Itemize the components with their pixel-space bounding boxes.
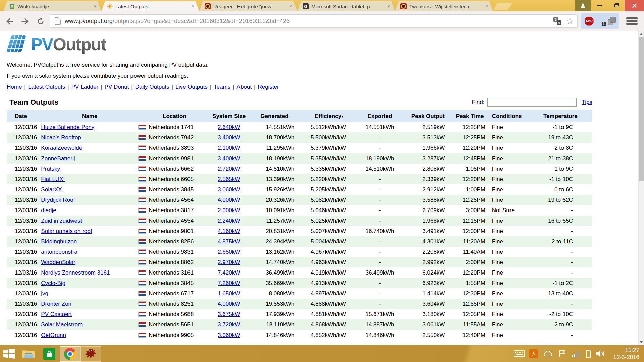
forward-button[interactable] — [19, 16, 31, 27]
system-name-link[interactable]: antonboonstra — [41, 249, 77, 255]
column-header-name[interactable]: Name — [41, 110, 138, 122]
system-size-link[interactable]: 2.650kW — [218, 249, 240, 255]
system-size-link[interactable]: 2.240kW — [218, 218, 240, 224]
system-name-link[interactable]: Dronter Zon — [41, 301, 71, 307]
touch-keyboard-icon[interactable] — [514, 350, 525, 358]
system-name-link[interactable]: Drydijck Roof — [41, 197, 75, 203]
system-size-link[interactable]: 4.875kW — [218, 238, 240, 245]
system-size-link[interactable]: 3.400kW — [218, 155, 240, 162]
minimize-button[interactable] — [591, 0, 608, 11]
reload-button[interactable] — [35, 16, 46, 27]
nav-link-daily-outputs[interactable]: Daily Outputs — [135, 84, 169, 90]
system-name-link[interactable]: Fiat LUX! — [41, 176, 65, 182]
system-name-link[interactable]: jvg — [41, 290, 48, 297]
system-size-link[interactable]: 2.640kW — [218, 124, 240, 130]
action-center-flag-icon[interactable] — [558, 349, 567, 358]
column-header-conditions[interactable]: Conditions — [487, 110, 529, 122]
tips-link[interactable]: Tips — [582, 99, 593, 106]
system-name-link[interactable]: diedje — [41, 207, 56, 214]
system-name-link[interactable]: Nordlys Zonnestroom 3161 — [41, 269, 110, 276]
bookmark-star-icon[interactable]: ☆ — [566, 17, 574, 25]
system-name-link[interactable]: SolarXX — [41, 186, 62, 193]
tab-close-icon[interactable] — [92, 4, 98, 9]
system-name-link[interactable]: Prutsky — [41, 166, 60, 172]
system-size-link[interactable]: 3.720kW — [218, 321, 240, 328]
column-header-peak-time[interactable]: Peak Time — [452, 110, 487, 122]
onedrive-cloud-icon[interactable] — [542, 350, 554, 357]
column-header-efficiency[interactable]: Efficiency▾ — [302, 110, 356, 122]
system-size-link[interactable]: 2.100kW — [218, 145, 240, 151]
tab-reageer[interactable]: Reageer - Het grote "jouw — [199, 1, 297, 11]
system-size-link[interactable]: 2.720kW — [218, 166, 240, 172]
tab-winkelmandje[interactable]: Winkelmandje — [3, 1, 101, 11]
nav-link-home[interactable]: Home — [7, 84, 22, 90]
tab-close-icon[interactable] — [386, 4, 392, 9]
chrome-menu-icon[interactable] — [625, 16, 639, 26]
file-explorer-button[interactable] — [18, 346, 39, 362]
nav-link-pv-ladder[interactable]: PV Ladder — [71, 84, 98, 90]
tab-tweakers[interactable]: Tweakers - Wij stellen tech — [395, 1, 493, 11]
system-size-link[interactable]: 2.000kW — [218, 207, 240, 214]
new-tab-button[interactable] — [494, 3, 512, 10]
taskbar-clock[interactable]: 15:27 12-3-2016 — [613, 347, 639, 361]
close-button[interactable] — [625, 0, 644, 11]
photos-extension-icon[interactable] — [608, 17, 616, 25]
nav-link-latest-outputs[interactable]: Latest Outputs — [28, 84, 65, 90]
adblock-plus-icon[interactable]: ABP — [585, 17, 594, 26]
system-name-link[interactable]: PV Castaert — [41, 311, 72, 317]
system-name-link[interactable]: Biddinghuizon — [41, 238, 77, 245]
nav-link-about[interactable]: About — [237, 84, 252, 90]
system-size-link[interactable]: 1.650kW — [218, 290, 240, 297]
system-name-link[interactable]: WaddenSolar — [41, 259, 75, 265]
system-size-link[interactable]: 2.970kW — [218, 259, 240, 265]
column-header-exported[interactable]: Exported — [356, 110, 404, 122]
nav-link-pv-donut[interactable]: PV Donut — [105, 84, 129, 90]
scroll-down-arrow-icon[interactable] — [640, 341, 643, 343]
system-size-link[interactable]: 3.060kW — [218, 186, 240, 193]
column-header-system-size[interactable]: System Size — [211, 110, 247, 122]
tab-surface[interactable]: G Microsoft Surface tablet: p — [297, 1, 395, 11]
ghostery-icon[interactable]: 1 — [597, 17, 605, 25]
column-header-peak-output[interactable]: Peak Output — [404, 110, 452, 122]
column-header-date[interactable]: Date — [7, 110, 41, 122]
battery-icon[interactable] — [586, 349, 591, 358]
back-button[interactable] — [4, 16, 15, 27]
system-name-link[interactable]: Nicap's Rooftop — [41, 134, 81, 141]
system-size-link[interactable]: 3.060kW — [218, 332, 240, 338]
column-header-temperature[interactable]: Temperature — [529, 110, 592, 122]
system-name-link[interactable]: Solar panels on roof — [41, 228, 92, 234]
java-update-icon[interactable] — [529, 349, 538, 358]
tab-close-icon[interactable] — [190, 4, 196, 9]
address-bar[interactable]: www.pvoutput.org/outputs.jsp?o=gss&d=des… — [50, 14, 578, 28]
system-size-link[interactable]: 3.400kW — [218, 134, 240, 141]
nav-link-register[interactable]: Register — [258, 84, 279, 90]
system-name-link[interactable]: Solar Maelstrom — [41, 321, 83, 328]
profile-button[interactable] — [575, 0, 591, 11]
system-name-link[interactable]: ZonneBatterij — [41, 155, 75, 162]
translate-icon[interactable]: 文A — [553, 17, 561, 25]
system-size-link[interactable]: 7.260kW — [218, 280, 240, 286]
column-header-generated[interactable]: Generated — [247, 110, 302, 122]
nav-link-teams[interactable]: Teams — [214, 84, 230, 90]
system-size-link[interactable]: 2.565kW — [218, 176, 240, 182]
network-signal-icon[interactable] — [571, 350, 581, 358]
windows-store-button[interactable] — [39, 346, 60, 362]
url-text[interactable]: www.pvoutput.org/outputs.jsp?o=gss&d=des… — [65, 18, 551, 25]
restore-button[interactable] — [608, 0, 625, 11]
system-name-link[interactable]: Huize Bal ende Pony — [41, 124, 94, 130]
find-input[interactable] — [487, 98, 577, 107]
system-size-link[interactable]: 7.420kW — [218, 269, 240, 276]
system-name-link[interactable]: OetGrunn — [41, 332, 66, 338]
system-size-link[interactable]: 4.000kW — [218, 197, 240, 203]
page-scrollbar[interactable] — [638, 31, 644, 345]
tab-close-icon[interactable] — [288, 4, 294, 9]
chrome-taskbar-button[interactable] — [60, 346, 80, 362]
scroll-up-arrow-icon[interactable] — [640, 33, 643, 35]
system-size-link[interactable]: 4.000kW — [218, 301, 240, 307]
nav-link-live-outputs[interactable]: Live Outputs — [175, 84, 207, 90]
tab-close-icon[interactable] — [484, 4, 490, 9]
system-name-link[interactable]: Cyclo-Big — [41, 280, 65, 286]
tab-latest-outputs[interactable]: Latest Outputs — [101, 1, 199, 11]
start-button[interactable] — [0, 345, 18, 362]
system-name-link[interactable]: KoraalZeewolde — [41, 145, 82, 151]
